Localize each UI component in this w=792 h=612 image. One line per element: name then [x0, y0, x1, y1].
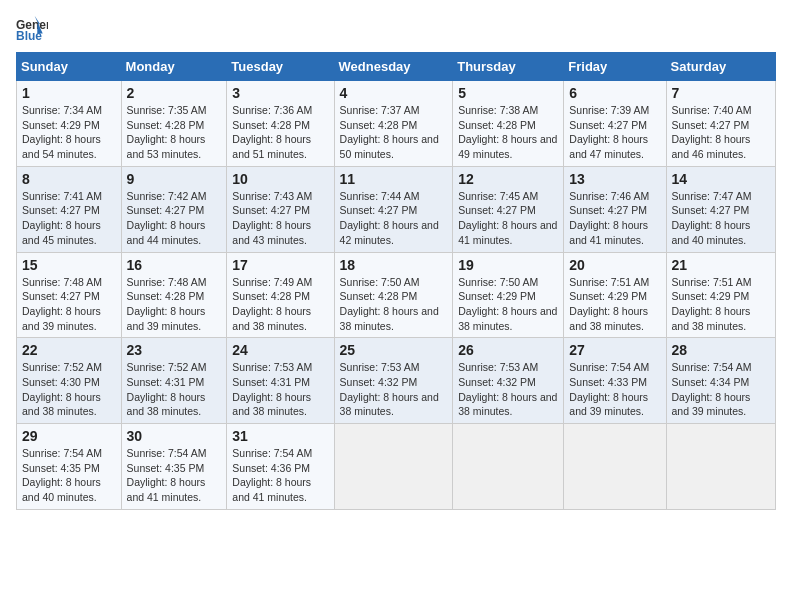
- day-detail: Sunrise: 7:48 AMSunset: 4:27 PMDaylight:…: [22, 275, 116, 334]
- calendar-cell: 1Sunrise: 7:34 AMSunset: 4:29 PMDaylight…: [17, 81, 122, 167]
- calendar-week-row: 29Sunrise: 7:54 AMSunset: 4:35 PMDayligh…: [17, 424, 776, 510]
- day-number: 23: [127, 342, 222, 358]
- logo-icon: General Blue: [16, 16, 48, 44]
- calendar-cell: 16Sunrise: 7:48 AMSunset: 4:28 PMDayligh…: [121, 252, 227, 338]
- day-number: 15: [22, 257, 116, 273]
- day-detail: Sunrise: 7:34 AMSunset: 4:29 PMDaylight:…: [22, 103, 116, 162]
- day-detail: Sunrise: 7:39 AMSunset: 4:27 PMDaylight:…: [569, 103, 660, 162]
- day-number: 4: [340, 85, 448, 101]
- calendar-cell: 15Sunrise: 7:48 AMSunset: 4:27 PMDayligh…: [17, 252, 122, 338]
- calendar-cell: 18Sunrise: 7:50 AMSunset: 4:28 PMDayligh…: [334, 252, 453, 338]
- calendar-cell: 28Sunrise: 7:54 AMSunset: 4:34 PMDayligh…: [666, 338, 775, 424]
- day-number: 10: [232, 171, 328, 187]
- calendar-cell: 14Sunrise: 7:47 AMSunset: 4:27 PMDayligh…: [666, 166, 775, 252]
- calendar-cell: 24Sunrise: 7:53 AMSunset: 4:31 PMDayligh…: [227, 338, 334, 424]
- day-detail: Sunrise: 7:35 AMSunset: 4:28 PMDaylight:…: [127, 103, 222, 162]
- day-number: 27: [569, 342, 660, 358]
- day-number: 12: [458, 171, 558, 187]
- day-detail: Sunrise: 7:49 AMSunset: 4:28 PMDaylight:…: [232, 275, 328, 334]
- calendar-cell: 31Sunrise: 7:54 AMSunset: 4:36 PMDayligh…: [227, 424, 334, 510]
- day-number: 31: [232, 428, 328, 444]
- day-detail: Sunrise: 7:54 AMSunset: 4:33 PMDaylight:…: [569, 360, 660, 419]
- calendar-header: General Blue: [16, 16, 776, 44]
- calendar-week-row: 1Sunrise: 7:34 AMSunset: 4:29 PMDaylight…: [17, 81, 776, 167]
- calendar-cell: 2Sunrise: 7:35 AMSunset: 4:28 PMDaylight…: [121, 81, 227, 167]
- calendar-cell: [564, 424, 666, 510]
- day-number: 6: [569, 85, 660, 101]
- day-detail: Sunrise: 7:42 AMSunset: 4:27 PMDaylight:…: [127, 189, 222, 248]
- day-number: 11: [340, 171, 448, 187]
- day-detail: Sunrise: 7:45 AMSunset: 4:27 PMDaylight:…: [458, 189, 558, 248]
- calendar-cell: 17Sunrise: 7:49 AMSunset: 4:28 PMDayligh…: [227, 252, 334, 338]
- day-of-week-tuesday: Tuesday: [227, 53, 334, 81]
- day-number: 13: [569, 171, 660, 187]
- day-number: 30: [127, 428, 222, 444]
- calendar-cell: 27Sunrise: 7:54 AMSunset: 4:33 PMDayligh…: [564, 338, 666, 424]
- calendar-cell: 12Sunrise: 7:45 AMSunset: 4:27 PMDayligh…: [453, 166, 564, 252]
- calendar-cell: 21Sunrise: 7:51 AMSunset: 4:29 PMDayligh…: [666, 252, 775, 338]
- day-detail: Sunrise: 7:54 AMSunset: 4:35 PMDaylight:…: [22, 446, 116, 505]
- day-detail: Sunrise: 7:53 AMSunset: 4:32 PMDaylight:…: [458, 360, 558, 419]
- day-of-week-thursday: Thursday: [453, 53, 564, 81]
- calendar-cell: 6Sunrise: 7:39 AMSunset: 4:27 PMDaylight…: [564, 81, 666, 167]
- calendar-cell: 3Sunrise: 7:36 AMSunset: 4:28 PMDaylight…: [227, 81, 334, 167]
- calendar-week-row: 15Sunrise: 7:48 AMSunset: 4:27 PMDayligh…: [17, 252, 776, 338]
- day-number: 21: [672, 257, 770, 273]
- day-detail: Sunrise: 7:43 AMSunset: 4:27 PMDaylight:…: [232, 189, 328, 248]
- day-of-week-sunday: Sunday: [17, 53, 122, 81]
- calendar-cell: 29Sunrise: 7:54 AMSunset: 4:35 PMDayligh…: [17, 424, 122, 510]
- logo: General Blue: [16, 16, 48, 44]
- day-of-week-friday: Friday: [564, 53, 666, 81]
- day-detail: Sunrise: 7:36 AMSunset: 4:28 PMDaylight:…: [232, 103, 328, 162]
- day-number: 2: [127, 85, 222, 101]
- calendar-cell: 8Sunrise: 7:41 AMSunset: 4:27 PMDaylight…: [17, 166, 122, 252]
- calendar-cell: [334, 424, 453, 510]
- calendar-cell: 4Sunrise: 7:37 AMSunset: 4:28 PMDaylight…: [334, 81, 453, 167]
- day-detail: Sunrise: 7:54 AMSunset: 4:36 PMDaylight:…: [232, 446, 328, 505]
- day-number: 3: [232, 85, 328, 101]
- calendar-cell: [453, 424, 564, 510]
- day-detail: Sunrise: 7:54 AMSunset: 4:35 PMDaylight:…: [127, 446, 222, 505]
- day-number: 7: [672, 85, 770, 101]
- day-detail: Sunrise: 7:48 AMSunset: 4:28 PMDaylight:…: [127, 275, 222, 334]
- calendar-cell: 22Sunrise: 7:52 AMSunset: 4:30 PMDayligh…: [17, 338, 122, 424]
- day-detail: Sunrise: 7:50 AMSunset: 4:28 PMDaylight:…: [340, 275, 448, 334]
- day-number: 16: [127, 257, 222, 273]
- day-number: 20: [569, 257, 660, 273]
- day-detail: Sunrise: 7:41 AMSunset: 4:27 PMDaylight:…: [22, 189, 116, 248]
- day-number: 8: [22, 171, 116, 187]
- day-number: 22: [22, 342, 116, 358]
- day-number: 17: [232, 257, 328, 273]
- day-detail: Sunrise: 7:51 AMSunset: 4:29 PMDaylight:…: [672, 275, 770, 334]
- calendar-cell: [666, 424, 775, 510]
- day-detail: Sunrise: 7:52 AMSunset: 4:31 PMDaylight:…: [127, 360, 222, 419]
- day-detail: Sunrise: 7:51 AMSunset: 4:29 PMDaylight:…: [569, 275, 660, 334]
- calendar-cell: 23Sunrise: 7:52 AMSunset: 4:31 PMDayligh…: [121, 338, 227, 424]
- day-number: 25: [340, 342, 448, 358]
- day-number: 29: [22, 428, 116, 444]
- calendar-cell: 20Sunrise: 7:51 AMSunset: 4:29 PMDayligh…: [564, 252, 666, 338]
- day-number: 5: [458, 85, 558, 101]
- day-detail: Sunrise: 7:52 AMSunset: 4:30 PMDaylight:…: [22, 360, 116, 419]
- day-detail: Sunrise: 7:47 AMSunset: 4:27 PMDaylight:…: [672, 189, 770, 248]
- calendar-cell: 13Sunrise: 7:46 AMSunset: 4:27 PMDayligh…: [564, 166, 666, 252]
- calendar-cell: 30Sunrise: 7:54 AMSunset: 4:35 PMDayligh…: [121, 424, 227, 510]
- day-detail: Sunrise: 7:53 AMSunset: 4:31 PMDaylight:…: [232, 360, 328, 419]
- day-of-week-wednesday: Wednesday: [334, 53, 453, 81]
- day-detail: Sunrise: 7:46 AMSunset: 4:27 PMDaylight:…: [569, 189, 660, 248]
- day-number: 9: [127, 171, 222, 187]
- calendar-cell: 10Sunrise: 7:43 AMSunset: 4:27 PMDayligh…: [227, 166, 334, 252]
- calendar-table: SundayMondayTuesdayWednesdayThursdayFrid…: [16, 52, 776, 510]
- day-detail: Sunrise: 7:53 AMSunset: 4:32 PMDaylight:…: [340, 360, 448, 419]
- day-detail: Sunrise: 7:44 AMSunset: 4:27 PMDaylight:…: [340, 189, 448, 248]
- day-detail: Sunrise: 7:50 AMSunset: 4:29 PMDaylight:…: [458, 275, 558, 334]
- calendar-cell: 11Sunrise: 7:44 AMSunset: 4:27 PMDayligh…: [334, 166, 453, 252]
- calendar-cell: 9Sunrise: 7:42 AMSunset: 4:27 PMDaylight…: [121, 166, 227, 252]
- day-detail: Sunrise: 7:37 AMSunset: 4:28 PMDaylight:…: [340, 103, 448, 162]
- day-number: 28: [672, 342, 770, 358]
- calendar-week-row: 22Sunrise: 7:52 AMSunset: 4:30 PMDayligh…: [17, 338, 776, 424]
- day-number: 19: [458, 257, 558, 273]
- day-detail: Sunrise: 7:40 AMSunset: 4:27 PMDaylight:…: [672, 103, 770, 162]
- day-number: 26: [458, 342, 558, 358]
- day-of-week-monday: Monday: [121, 53, 227, 81]
